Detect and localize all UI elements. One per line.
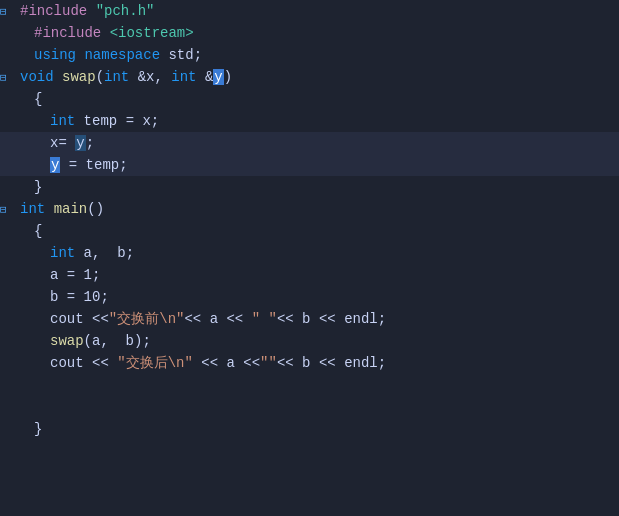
line-content-8: y = temp; [18, 154, 619, 176]
code-line-8: ⊟ y = temp; [0, 154, 619, 176]
fold-icon-6: ⊟ [0, 110, 18, 132]
code-line-15: ⊟ cout <<"交换前\n"<< a << " "<< b << endl; [0, 308, 619, 330]
code-line-18: ⊟ [0, 374, 619, 396]
fold-icon-12: ⊟ [0, 242, 18, 264]
line-content-12: int a, b; [18, 242, 619, 264]
line-content-16: swap(a, b); [18, 330, 619, 352]
line-content-10: int main() [18, 198, 619, 220]
line-content-14: b = 10; [18, 286, 619, 308]
fold-icon-16: ⊟ [0, 330, 18, 352]
line-content-2: #include <iostream> [18, 22, 619, 44]
code-line-10: ⊟ int main() [0, 198, 619, 220]
code-line-2: ⊟ #include <iostream> [0, 22, 619, 44]
code-line-20: ⊟ } [0, 418, 619, 440]
fold-icon-9: ⊟ [0, 176, 18, 198]
line-content-15: cout <<"交换前\n"<< a << " "<< b << endl; [18, 308, 619, 330]
fold-icon-17: ⊟ [0, 352, 18, 374]
fold-icon-4[interactable]: ⊟ [0, 66, 18, 88]
fold-icon-18: ⊟ [0, 374, 18, 396]
fold-icon-10[interactable]: ⊟ [0, 198, 18, 220]
line-content-1: #include "pch.h" [18, 0, 619, 22]
line-content-3: using namespace std; [18, 44, 619, 66]
line-content-20: } [18, 418, 619, 440]
code-editor: ⊟ #include "pch.h" ⊟ #include <iostream>… [0, 0, 619, 516]
code-line-1: ⊟ #include "pch.h" [0, 0, 619, 22]
code-line-14: ⊟ b = 10; [0, 286, 619, 308]
line-content-7: x= y; [18, 132, 619, 154]
code-line-7: ⊟ x= y; [0, 132, 619, 154]
line-content-19 [18, 396, 619, 418]
fold-icon-5: ⊟ [0, 88, 18, 110]
fold-icon-2: ⊟ [0, 22, 18, 44]
code-line-3: ⊟ using namespace std; [0, 44, 619, 66]
line-content-17: cout << "交换后\n" << a <<""<< b << endl; [18, 352, 619, 374]
line-content-4: void swap(int &x, int &y) [18, 66, 619, 88]
fold-icon-14: ⊟ [0, 286, 18, 308]
line-content-6: int temp = x; [18, 110, 619, 132]
code-line-17: ⊟ cout << "交换后\n" << a <<""<< b << endl; [0, 352, 619, 374]
code-line-12: ⊟ int a, b; [0, 242, 619, 264]
code-line-5: ⊟ { [0, 88, 619, 110]
code-line-9: ⊟ } [0, 176, 619, 198]
fold-icon-8: ⊟ [0, 154, 18, 176]
code-line-13: ⊟ a = 1; [0, 264, 619, 286]
line-content-18 [18, 374, 619, 396]
code-line-19: ⊟ [0, 396, 619, 418]
fold-icon-19: ⊟ [0, 396, 18, 418]
fold-icon-3: ⊟ [0, 44, 18, 66]
line-content-5: { [18, 88, 619, 110]
fold-icon-13: ⊟ [0, 264, 18, 286]
code-line-16: ⊟ swap(a, b); [0, 330, 619, 352]
line-content-13: a = 1; [18, 264, 619, 286]
fold-icon-15: ⊟ [0, 308, 18, 330]
code-line-11: ⊟ { [0, 220, 619, 242]
code-line-4: ⊟ void swap(int &x, int &y) [0, 66, 619, 88]
fold-icon-20: ⊟ [0, 418, 18, 440]
fold-icon-7: ⊟ [0, 132, 18, 154]
fold-icon-11: ⊟ [0, 220, 18, 242]
line-content-11: { [18, 220, 619, 242]
fold-icon-1[interactable]: ⊟ [0, 0, 18, 22]
line-content-9: } [18, 176, 619, 198]
code-line-6: ⊟ int temp = x; [0, 110, 619, 132]
